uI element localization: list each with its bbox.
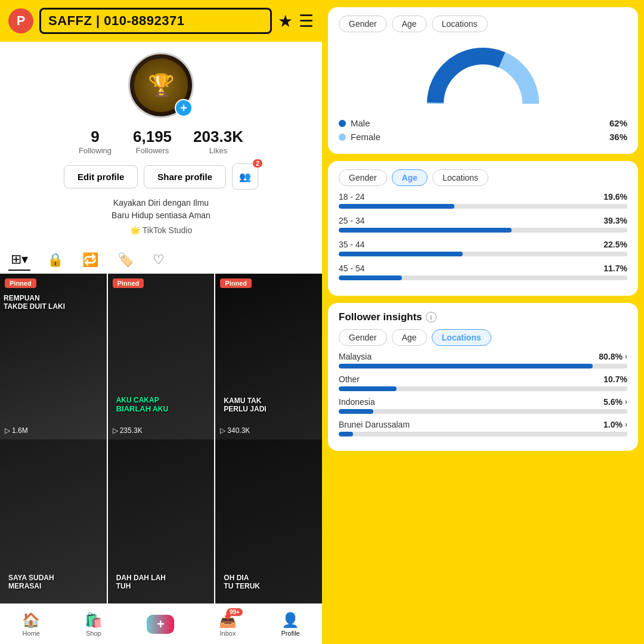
nav-add[interactable]: + — [147, 615, 174, 634]
follow-badge: 2 — [253, 159, 262, 168]
video-thumb-4[interactable]: SAYA SUDAHMERASAI — [0, 439, 107, 604]
add-button[interactable]: + — [147, 615, 174, 634]
female-legend: Female 36% — [339, 132, 627, 142]
bottom-nav: 🏠 Home 🛍️ Shop + 📥 99+ Inbox 👤 Profile — [0, 603, 322, 644]
age-bar-bg-35-44 — [339, 252, 627, 256]
stats-row: 9 Following 6,195 Followers 203.3K Likes — [79, 128, 243, 155]
insights-title: Follower insights i — [339, 311, 627, 323]
male-legend: Male 62% — [339, 118, 627, 128]
video-text-2: AKU CAKAPBIARLAH AKU — [113, 394, 172, 416]
menu-icon[interactable]: ☰ — [299, 11, 314, 31]
filter-repost-tab[interactable]: 🔁 — [80, 250, 101, 270]
chevron-indonesia[interactable]: › — [625, 398, 627, 406]
age-tab-row: Gender Age Locations — [339, 169, 627, 186]
gender-tab-gender[interactable]: Gender — [339, 16, 387, 32]
edit-profile-button[interactable]: Edit profile — [64, 165, 138, 188]
right-panel: Gender Age Locations Male 62% — [322, 0, 644, 644]
video-thumb-1[interactable]: Pinned REMPUANTAKDE DUIT LAKI ▷ 1.6M — [0, 274, 107, 439]
video-text-1: REMPUANTAKDE DUIT LAKI — [0, 292, 69, 313]
age-row-18-24: 18 - 24 19.6% — [339, 192, 627, 209]
video-text-6: OH DIATU TERUK — [220, 571, 264, 593]
loc-bar-bg-brunei — [339, 432, 627, 436]
filter-tag-tab[interactable]: 🏷️ — [115, 250, 136, 270]
gender-tab-age[interactable]: Age — [392, 16, 427, 32]
nav-inbox[interactable]: 📥 99+ Inbox — [219, 612, 237, 637]
profile-icon: 👤 — [281, 612, 299, 628]
play-count-3: ▷ 340.3K — [220, 426, 250, 435]
home-label: Home — [23, 630, 40, 637]
donut-chart — [339, 38, 627, 110]
share-profile-button[interactable]: Share profile — [144, 165, 226, 188]
video-thumb-3[interactable]: Pinned KAMU TAKPERLU JADI ▷ 340.3K — [215, 274, 322, 439]
age-tab-age[interactable]: Age — [392, 169, 428, 186]
add-friends-icon: 👥 — [239, 171, 251, 182]
pinned-badge-3: Pinned — [220, 278, 252, 288]
info-icon[interactable]: i — [426, 312, 436, 323]
location-other: Other 10.7% — [339, 374, 627, 391]
insights-tab-gender[interactable]: Gender — [339, 329, 387, 346]
video-thumb-6[interactable]: OH DIATU TERUK — [215, 439, 322, 604]
pinned-badge-2: Pinned — [113, 278, 144, 288]
loc-name-indonesia: Indonesia — [339, 397, 375, 407]
avatar-wrap: 🏆 + — [128, 52, 194, 118]
profile-section: 🏆 + 9 Following 6,195 Followers 203.3K L… — [0, 42, 322, 247]
add-icon: + — [157, 617, 165, 632]
age-card: Gender Age Locations 18 - 24 19.6% 25 - … — [328, 161, 638, 296]
username-box: SAFFZ | 010-8892371 — [39, 8, 272, 34]
age-pct-35-44: 22.5% — [603, 240, 627, 249]
loc-bar-bg-other — [339, 386, 627, 391]
inbox-badge: 99+ — [227, 608, 243, 616]
action-row: Edit profile Share profile 👥 2 — [64, 163, 258, 190]
video-text-4: SAYA SUDAHMERASAI — [5, 571, 58, 593]
video-thumb-5[interactable]: DAH DAH LAHTUH — [108, 439, 215, 604]
donut-svg — [423, 38, 543, 110]
gender-card: Gender Age Locations Male 62% — [328, 7, 638, 154]
shop-label: Shop — [86, 630, 101, 637]
following-label: Following — [79, 146, 112, 155]
top-bar: P SAFFZ | 010-8892371 ★ ☰ — [0, 0, 322, 42]
age-bar-bg-45-54 — [339, 275, 627, 280]
filter-lock-tab[interactable]: 🔒 — [45, 250, 66, 270]
age-bar-fill-35-44 — [339, 252, 463, 256]
location-indonesia: Indonesia 5.6% › — [339, 397, 627, 414]
chevron-brunei[interactable]: › — [625, 420, 627, 429]
insights-tab-locations[interactable]: Locations — [432, 329, 491, 346]
age-bar-bg-18-24 — [339, 204, 627, 209]
age-row-25-34: 25 - 34 39.3% — [339, 216, 627, 233]
female-pct: 36% — [609, 132, 627, 142]
location-malaysia: Malaysia 80.8% › — [339, 352, 627, 369]
insights-tab-row: Gender Age Locations — [339, 329, 627, 346]
play-count-2: ▷ 235.3K — [113, 426, 143, 435]
age-row-35-44: 35 - 44 22.5% — [339, 240, 627, 256]
nav-home[interactable]: 🏠 Home — [22, 612, 40, 637]
stat-followers: 6,195 Followers — [133, 128, 172, 155]
add-friends-button[interactable]: 👥 2 — [232, 163, 258, 190]
loc-bar-fill-brunei — [339, 432, 353, 436]
star-icon[interactable]: ★ — [278, 11, 293, 31]
followers-count: 6,195 — [133, 128, 172, 146]
p-badge: P — [8, 8, 33, 33]
nav-profile[interactable]: 👤 Profile — [281, 612, 300, 637]
left-panel: P SAFFZ | 010-8892371 ★ ☰ 🏆 + 9 Followin… — [0, 0, 322, 644]
tiktok-studio-icon: 🌟 — [130, 225, 140, 235]
gender-tab-locations[interactable]: Locations — [432, 16, 488, 32]
loc-name-malaysia: Malaysia — [339, 352, 371, 361]
insights-tab-age[interactable]: Age — [392, 329, 427, 346]
age-tab-locations[interactable]: Locations — [432, 169, 488, 186]
age-range-35-44: 35 - 44 — [339, 240, 365, 249]
chevron-malaysia[interactable]: › — [625, 352, 627, 361]
age-tab-gender[interactable]: Gender — [339, 169, 387, 186]
loc-bar-fill-malaysia — [339, 364, 593, 369]
loc-pct-indonesia: 5.6% › — [603, 397, 627, 407]
video-thumb-2[interactable]: Pinned AKU CAKAPBIARLAH AKU ▷ 235.3K — [108, 274, 215, 439]
filter-grid-tab[interactable]: ⊞▾ — [8, 249, 30, 271]
nav-shop[interactable]: 🛍️ Shop — [85, 612, 103, 637]
loc-bar-bg-malaysia — [339, 364, 627, 369]
loc-pct-malaysia: 80.8% › — [599, 352, 627, 361]
insights-title-text: Follower insights — [339, 311, 422, 323]
add-follow-button[interactable]: + — [175, 99, 193, 117]
following-count: 9 — [91, 128, 99, 146]
age-range-18-24: 18 - 24 — [339, 192, 365, 202]
filter-like-tab[interactable]: ♡ — [150, 250, 167, 270]
tiktok-studio-link[interactable]: 🌟 TikTok Studio — [130, 225, 193, 235]
